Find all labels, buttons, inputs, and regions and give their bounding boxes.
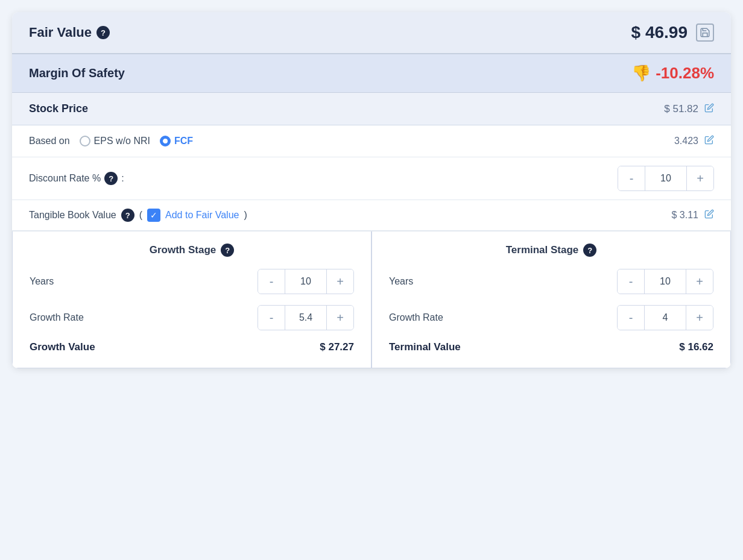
based-on-label: Based on bbox=[29, 136, 70, 146]
fair-value-price: $ 46.99 bbox=[631, 23, 688, 42]
terminal-years-minus-button[interactable]: - bbox=[618, 269, 644, 294]
growth-stage-help-icon[interactable]: ? bbox=[221, 244, 234, 257]
stock-price-value: $ 51.82 bbox=[664, 103, 698, 115]
tbv-paren-open: ( bbox=[139, 210, 142, 221]
eps-option[interactable]: EPS w/o NRI bbox=[80, 136, 150, 146]
tangible-book-value-row: Tangible Book Value ? ( ✓ Add to Fair Va… bbox=[12, 200, 731, 231]
fcf-radio[interactable] bbox=[160, 136, 171, 146]
tangible-book-value-left: Tangible Book Value ? ( ✓ Add to Fair Va… bbox=[29, 209, 247, 222]
growth-years-input[interactable] bbox=[285, 269, 327, 294]
margin-of-safety-value-group: 👎 -10.28% bbox=[631, 64, 714, 83]
terminal-rate-plus-button[interactable]: + bbox=[686, 306, 713, 330]
discount-rate-plus-button[interactable]: + bbox=[687, 166, 713, 190]
tbv-value: $ 3.11 bbox=[672, 210, 698, 221]
terminal-years-stepper: - + bbox=[617, 269, 713, 294]
terminal-rate-label: Growth Rate bbox=[389, 312, 443, 323]
eps-radio[interactable] bbox=[80, 136, 90, 146]
growth-stage-footer: Growth Value $ 27.27 bbox=[30, 341, 354, 353]
tbv-edit-icon[interactable] bbox=[704, 209, 714, 221]
based-on-right: 3.423 bbox=[674, 135, 714, 147]
growth-years-row: Years - + bbox=[30, 269, 354, 294]
tangible-book-value-right: $ 3.11 bbox=[672, 209, 714, 221]
stock-price-row: Stock Price $ 51.82 bbox=[12, 93, 731, 125]
growth-value: $ 27.27 bbox=[320, 341, 354, 353]
terminal-years-input[interactable] bbox=[644, 269, 686, 294]
terminal-rate-row: Growth Rate - + bbox=[389, 305, 713, 330]
terminal-rate-input[interactable] bbox=[644, 306, 686, 330]
stock-price-label: Stock Price bbox=[29, 102, 88, 115]
fair-value-right: $ 46.99 bbox=[631, 23, 714, 42]
terminal-stage-title: Terminal Stage bbox=[506, 244, 579, 256]
growth-stage-col: Growth Stage ? Years - + Growth Rate - + bbox=[12, 231, 372, 368]
based-on-value: 3.423 bbox=[674, 136, 698, 146]
growth-rate-row: Growth Rate - + bbox=[30, 305, 354, 330]
terminal-value: $ 16.62 bbox=[679, 341, 713, 353]
discount-rate-input[interactable] bbox=[645, 166, 687, 190]
based-on-edit-icon[interactable] bbox=[704, 135, 714, 147]
fcf-option[interactable]: FCF bbox=[160, 136, 193, 146]
tbv-label: Tangible Book Value bbox=[29, 210, 116, 221]
growth-rate-input[interactable] bbox=[285, 306, 327, 330]
thumbs-down-icon: 👎 bbox=[631, 64, 651, 83]
growth-rate-minus-button[interactable]: - bbox=[258, 306, 285, 330]
discount-rate-label-group: Discount Rate % ? : bbox=[29, 172, 124, 185]
tbv-help-icon[interactable]: ? bbox=[121, 209, 134, 222]
fcf-label: FCF bbox=[174, 136, 193, 146]
terminal-rate-minus-button[interactable]: - bbox=[618, 306, 644, 330]
stock-price-value-group: $ 51.82 bbox=[664, 103, 714, 115]
based-on-row: Based on EPS w/o NRI FCF 3.423 bbox=[12, 125, 731, 157]
fair-value-label: Fair Value bbox=[29, 25, 92, 40]
main-card: Fair Value ? $ 46.99 Margin Of Safety 👎 … bbox=[12, 12, 731, 368]
growth-stage-title: Growth Stage bbox=[150, 244, 217, 256]
discount-rate-row: Discount Rate % ? : - + bbox=[12, 157, 731, 200]
discount-rate-help-icon[interactable]: ? bbox=[104, 172, 118, 185]
terminal-stage-title-group: Terminal Stage ? bbox=[389, 244, 713, 257]
growth-rate-plus-button[interactable]: + bbox=[327, 306, 353, 330]
terminal-years-plus-button[interactable]: + bbox=[686, 269, 713, 294]
stock-price-edit-icon[interactable] bbox=[704, 103, 714, 115]
tbv-checkbox[interactable]: ✓ bbox=[147, 209, 160, 222]
discount-rate-colon: : bbox=[121, 173, 124, 184]
margin-of-safety-row: Margin Of Safety 👎 -10.28% bbox=[12, 54, 731, 93]
based-on-left: Based on EPS w/o NRI FCF bbox=[29, 136, 193, 146]
growth-rate-stepper: - + bbox=[258, 305, 354, 330]
growth-years-plus-button[interactable]: + bbox=[327, 269, 353, 294]
terminal-years-row: Years - + bbox=[389, 269, 713, 294]
growth-years-label: Years bbox=[30, 276, 54, 287]
growth-value-label: Growth Value bbox=[30, 341, 95, 353]
stages-row: Growth Stage ? Years - + Growth Rate - + bbox=[12, 231, 731, 368]
discount-rate-minus-button[interactable]: - bbox=[618, 166, 645, 190]
tbv-add-label[interactable]: Add to Fair Value bbox=[165, 210, 239, 221]
growth-stage-title-group: Growth Stage ? bbox=[30, 244, 354, 257]
terminal-value-label: Terminal Value bbox=[389, 341, 461, 353]
terminal-stage-footer: Terminal Value $ 16.62 bbox=[389, 341, 713, 353]
terminal-stage-col: Terminal Stage ? Years - + Growth Rate -… bbox=[372, 231, 731, 368]
tbv-paren-close: ) bbox=[244, 210, 247, 221]
eps-label: EPS w/o NRI bbox=[94, 136, 150, 146]
discount-rate-label: Discount Rate % bbox=[29, 173, 101, 184]
save-icon[interactable] bbox=[696, 24, 714, 42]
growth-years-stepper: - + bbox=[258, 269, 354, 294]
terminal-years-label: Years bbox=[389, 276, 413, 287]
discount-rate-stepper: - + bbox=[618, 166, 714, 191]
terminal-stage-help-icon[interactable]: ? bbox=[583, 244, 596, 257]
fair-value-help-icon[interactable]: ? bbox=[96, 26, 110, 39]
margin-of-safety-value: -10.28% bbox=[656, 64, 714, 83]
growth-rate-label: Growth Rate bbox=[30, 312, 84, 323]
margin-of-safety-label: Margin Of Safety bbox=[29, 66, 125, 80]
growth-years-minus-button[interactable]: - bbox=[258, 269, 285, 294]
fair-value-label-group: Fair Value ? bbox=[29, 25, 110, 40]
terminal-rate-stepper: - + bbox=[617, 305, 713, 330]
fair-value-row: Fair Value ? $ 46.99 bbox=[12, 12, 731, 54]
